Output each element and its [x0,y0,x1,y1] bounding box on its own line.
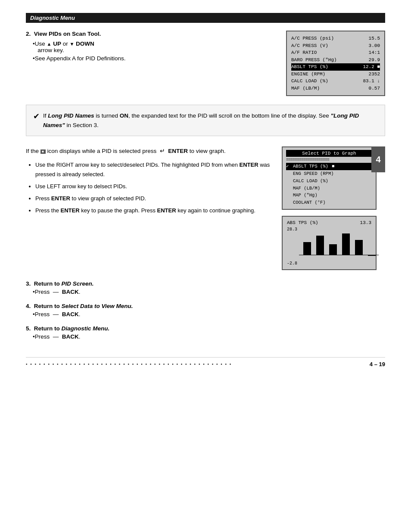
bullet-pause-graph: Press the ENTER key to pause the graph. … [35,206,273,215]
pid-row-4: BARO PRESS ("Hg)29.9 [291,56,380,64]
graph-display-screen: ABS TPS (%) 13.3 28.3 -2.8 [282,216,377,270]
step5-title: 5. Return to Diagnostic Menu. [26,325,385,332]
pid-row-3: A/F RATIO14:1 [291,49,380,56]
section-number: 4 [376,155,380,165]
select-pid-screen: Select PID to Graph ====================… [282,146,377,210]
step2-bullet2: •See Appendix A for PID Definitions. [33,55,277,62]
graph-high-label: 28.3 [287,227,297,232]
callout-text: If Long PID Names is turned ON, the expa… [43,111,378,130]
graph-low-label: -2.8 [287,261,297,266]
svg-rect-2 [316,236,324,255]
step5-item: 5. Return to Diagnostic Menu. •Press — B… [26,325,385,340]
pid-row-2: A/C PRESS (V)3.00 [291,42,380,50]
up-label: UP [53,40,61,47]
down-label: DOWN [76,40,94,47]
step4-body: •Press — BACK. [33,311,385,317]
pid-select-row-1: ✓ABSLT TPS (%)■ [286,163,372,170]
step2-title: View PIDs on Scan Tool. [34,31,101,37]
pid-select-row-3: CALC LOAD (%) [286,177,372,185]
step4-title: 4. Return to Select Data to View Menu. [26,303,385,309]
header-bar: Diagnostic Menu [26,13,385,23]
graph-bullets: Use the RIGHT arrow key to select/desele… [26,160,273,215]
graph-left: If the ■ icon displays while a PID is se… [26,146,273,270]
step2-left: 2. View PIDs on Scan Tool. •Use ▲ UP or … [26,31,277,96]
svg-rect-5 [355,240,363,255]
step3-item: 3. Return to PID Screen. •Press — BACK. [26,280,385,295]
step2-screen-container: A/C PRESS (psi)15.5 A/C PRESS (V)3.00 A/… [286,31,385,96]
step5-body: •Press — BACK. [33,333,385,340]
pid-row-6: ENGINE (RPM)2352 [291,71,380,78]
svg-rect-1 [303,242,311,255]
pid-divider: ==================== [286,158,372,162]
pid-list-screen: A/C PRESS (psi)15.5 A/C PRESS (V)3.00 A/… [286,31,385,96]
pid-row-7: CALC LOAD (%)83.1 ↓ [291,78,380,85]
pid-select-row-5: MAP ("Hg) [286,192,372,199]
step2-section: 2. View PIDs on Scan Tool. •Use ▲ UP or … [26,31,385,96]
graph-screen-value: 13.3 [360,220,371,225]
pid-select-row-6: COOLANT (°F) [286,199,372,206]
page-footer: • • • • • • • • • • • • • • • • • • • • … [26,357,385,367]
pid-row-8: MAF (LB/M)0.57 [291,85,380,92]
callout-box: ✔ If Long PID Names is turned ON, the ex… [26,105,385,136]
graph-area: 28.3 -2.8 [287,227,371,266]
graph-section: If the ■ icon displays while a PID is se… [26,146,385,270]
graph-screen-title: ABS TPS (%) [287,220,318,225]
step3-body: •Press — BACK. [33,289,385,295]
right-screens: 4 Select PID to Graph ==================… [282,146,385,270]
checkmark-icon: ✔ [33,112,40,130]
pid-row-1: A/C PRESS (psi)15.5 [291,35,380,42]
bullet-left-arrow: Use LEFT arrow key to delsect PIDs. [35,182,273,191]
footer-dots: • • • • • • • • • • • • • • • • • • • • … [26,362,365,367]
graph-icon: ■ [40,149,46,154]
header-title: Diagnostic Menu [30,15,75,21]
graph-svg [299,229,379,264]
footer-page-number: 4 – 19 [370,361,385,367]
bullet-right-arrow: Use the RIGHT arrow key to select/desele… [35,160,273,179]
step3-title: 3. Return to PID Screen. [26,280,385,287]
bullet-enter-graph: Press ENTER to view graph of selected PI… [35,194,273,203]
svg-rect-4 [342,233,350,255]
pid-select-row-2: ENG SPEED (RPM) [286,170,372,177]
pid-row-5-highlighted: ABSLT TPS (%)12.2 ■ [291,63,380,71]
graph-title-row: ABS TPS (%) 13.3 [287,220,371,225]
page-container: Diagnostic Menu 2. View PIDs on Scan Too… [0,0,411,532]
svg-rect-6 [368,255,376,256]
select-pid-title: Select PID to Graph [286,150,372,157]
step4-item: 4. Return to Select Data to View Menu. •… [26,303,385,317]
pid-select-row-4: MAF (LB/M) [286,185,372,192]
graph-intro: If the ■ icon displays while a PID is se… [26,146,273,156]
svg-rect-3 [329,244,337,255]
section-badge: 4 [371,146,385,172]
steps-section: 3. Return to PID Screen. •Press — BACK. … [26,280,385,340]
